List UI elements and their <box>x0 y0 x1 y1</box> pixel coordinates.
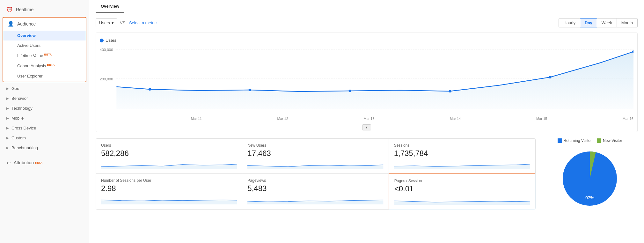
user-explorer-label: User Explorer <box>17 74 42 78</box>
sidebar-item-active-users[interactable]: Active Users <box>3 40 86 50</box>
audience-sub-items: Overview Active Users Lifetime ValueBETA… <box>3 30 86 82</box>
chart-area: Users 400,000 200,000 <box>96 33 638 132</box>
chevron-right-icon: ▶ <box>6 136 9 140</box>
svg-text:400,000: 400,000 <box>100 48 113 52</box>
sidebar-item-overview[interactable]: Overview <box>3 31 86 40</box>
legend-dot <box>100 39 104 42</box>
sidebar-item-technology[interactable]: ▶ Technology <box>0 103 89 113</box>
stat-value-new-users: 17,463 <box>247 149 383 158</box>
vs-label: VS. <box>120 20 127 25</box>
sparkline-new-users <box>247 160 383 169</box>
pie-returning-label: Returning Visitor <box>564 138 592 143</box>
select-metric-link[interactable]: Select a metric <box>129 20 157 25</box>
stat-value-sessions: 1,735,784 <box>394 149 530 158</box>
sidebar-item-benchmarking[interactable]: ▶ Benchmarking <box>0 143 89 153</box>
x-label-6: Mar 16 <box>623 117 633 121</box>
x-label-5: Mar 15 <box>536 117 547 121</box>
chevron-right-icon: ▶ <box>6 116 9 120</box>
stat-value-pages-per-session: <0.01 <box>394 184 530 193</box>
dropdown-arrow-icon: ▾ <box>112 20 114 25</box>
stat-value-users: 582,286 <box>101 149 237 158</box>
stat-card-pageviews: Pageviews 5,483 <box>242 174 389 209</box>
sidebar-item-cohort-analysis[interactable]: Cohort AnalysisBETA <box>3 61 86 71</box>
pie-legend-returning: Returning Visitor <box>558 138 592 143</box>
audience-group: 👤 Audience Overview Active Users Lifetim… <box>3 17 86 82</box>
x-label-2: Mar 12 <box>277 117 288 121</box>
cross-device-label: Cross Device <box>11 126 36 130</box>
chevron-right-icon: ▶ <box>6 146 9 150</box>
sidebar-item-geo[interactable]: ▶ Geo <box>0 84 89 93</box>
realtime-label: Realtime <box>16 7 33 12</box>
svg-point-4 <box>149 88 151 91</box>
stat-value-sessions-per-user: 2.98 <box>101 184 237 193</box>
stat-label-sessions-per-user: Number of Sessions per User <box>101 178 237 183</box>
pie-legend: Returning Visitor New Visitor <box>558 138 622 143</box>
pie-chart: 97% <box>558 147 622 210</box>
pie-area: Returning Visitor New Visitor <box>542 138 638 210</box>
geo-label: Geo <box>11 86 19 91</box>
time-btn-week[interactable]: Week <box>597 18 617 27</box>
chart-svg: 400,000 200,000 <box>100 45 633 115</box>
behavior-label: Behavior <box>11 96 28 101</box>
stat-card-new-users: New Users 17,463 <box>242 139 389 174</box>
chevron-right-icon: ▶ <box>6 126 9 130</box>
sparkline-sessions-per-user <box>101 195 237 204</box>
sidebar-item-lifetime-value[interactable]: Lifetime ValueBETA <box>3 50 86 61</box>
sidebar-item-behavior[interactable]: ▶ Behavior <box>0 93 89 103</box>
main-content: Overview Users ▾ VS. Select a metric Hou… <box>89 0 644 243</box>
scroll-down-btn[interactable]: ▾ <box>362 124 371 130</box>
svg-text:97%: 97% <box>585 195 595 200</box>
custom-label: Custom <box>11 136 26 140</box>
stat-card-pages-per-session: Pages / Session <0.01 <box>389 173 536 210</box>
stat-label-sessions: Sessions <box>394 143 530 148</box>
lifetime-value-label: Lifetime Value <box>17 53 43 58</box>
svg-point-5 <box>249 89 251 91</box>
sidebar-item-cross-device[interactable]: ▶ Cross Device <box>0 123 89 133</box>
stat-card-sessions: Sessions 1,735,784 <box>389 139 535 174</box>
stat-value-pageviews: 5,483 <box>247 184 383 193</box>
sidebar-item-realtime[interactable]: ⏰ Realtime <box>0 3 89 16</box>
tab-overview[interactable]: Overview <box>96 0 124 13</box>
pie-color-returning <box>558 138 562 143</box>
svg-point-8 <box>549 76 551 78</box>
tab-bar: Overview <box>89 0 644 13</box>
clock-icon: ⏰ <box>6 6 13 12</box>
overview-label: Overview <box>17 33 36 38</box>
stat-label-new-users: New Users <box>247 143 383 148</box>
metric-select-label: Users <box>99 20 110 25</box>
cohort-analysis-beta: BETA <box>47 63 55 66</box>
svg-point-6 <box>349 90 351 92</box>
attribution-icon: ↩ <box>6 160 11 166</box>
time-btn-month[interactable]: Month <box>617 18 638 27</box>
chart-xaxis: ... Mar 11 Mar 12 Mar 13 Mar 14 Mar 15 M… <box>100 115 633 123</box>
chart-legend-label: Users <box>106 38 116 43</box>
time-btn-day[interactable]: Day <box>580 18 597 27</box>
controls-row: Users ▾ VS. Select a metric Hourly Day W… <box>96 18 638 27</box>
active-users-label: Active Users <box>17 43 40 48</box>
mobile-label: Mobile <box>11 116 24 121</box>
sidebar-item-attribution[interactable]: ↩ Attribution BETA <box>0 156 89 170</box>
left-controls: Users ▾ VS. Select a metric <box>96 18 157 27</box>
sparkline-pageviews <box>247 195 383 204</box>
sparkline-users <box>101 160 237 169</box>
sidebar-item-audience[interactable]: 👤 Audience <box>3 18 86 30</box>
scroll-indicator: ▾ <box>100 123 633 132</box>
pie-new-label: New Visitor <box>603 138 622 143</box>
audience-label: Audience <box>17 21 36 26</box>
x-label-0: ... <box>113 117 115 121</box>
sidebar-item-mobile[interactable]: ▶ Mobile <box>0 113 89 123</box>
chevron-right-icon: ▶ <box>6 97 9 100</box>
cohort-analysis-label: Cohort Analysis <box>17 64 46 69</box>
metric-select-dropdown[interactable]: Users ▾ <box>96 18 117 27</box>
svg-point-7 <box>449 90 451 92</box>
stat-card-sessions-per-user: Number of Sessions per User 2.98 <box>96 174 242 209</box>
attribution-beta: BETA <box>35 161 42 164</box>
technology-label: Technology <box>11 106 33 111</box>
x-label-4: Mar 14 <box>450 117 461 121</box>
sidebar-item-custom[interactable]: ▶ Custom <box>0 133 89 143</box>
pie-color-new <box>597 138 601 143</box>
stat-label-users: Users <box>101 143 237 148</box>
sidebar-item-user-explorer[interactable]: User Explorer <box>3 71 86 81</box>
pie-legend-new: New Visitor <box>597 138 622 143</box>
time-btn-hourly[interactable]: Hourly <box>559 18 580 27</box>
